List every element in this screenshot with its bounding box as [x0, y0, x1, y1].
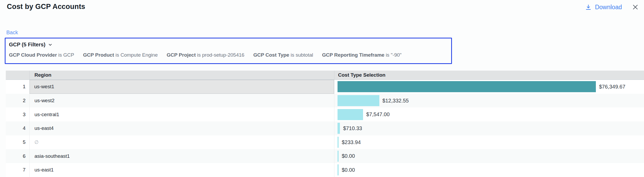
- cost-value-label: $0.00: [342, 153, 355, 159]
- table-row: 2 us-west2 $12,332.55: [6, 94, 644, 108]
- cost-column-header[interactable]: Cost Type Selection: [334, 71, 644, 80]
- region-cell[interactable]: asia-southeast1: [29, 149, 334, 163]
- table-row: 4 us-east4 $710.33: [6, 121, 644, 135]
- table-row: 3 us-central1 $7,547.00: [6, 107, 644, 121]
- row-number-cell[interactable]: 2: [6, 94, 29, 108]
- header-actions: Download: [585, 3, 640, 12]
- row-number-header: [6, 71, 29, 80]
- cost-bar: [338, 95, 379, 106]
- filter-name: GCP Cost Type: [253, 52, 289, 58]
- table-row: 1 us-west1 $76,349.67: [6, 80, 644, 94]
- cost-cell[interactable]: $0.00: [334, 149, 644, 163]
- cost-cell[interactable]: $76,349.67: [334, 80, 644, 94]
- close-button[interactable]: [631, 3, 640, 12]
- cost-bar: [338, 109, 363, 120]
- region-cell[interactable]: us-west2: [29, 94, 334, 108]
- cost-bar: [338, 81, 596, 92]
- filter-chip: GCP Project is prod-setup-205416: [167, 52, 244, 58]
- close-icon: [632, 4, 639, 11]
- filter-chip: GCP Cloud Provider is GCP: [9, 52, 74, 58]
- cost-cell[interactable]: $710.33: [334, 121, 644, 135]
- region-cell[interactable]: us-west1: [29, 80, 334, 94]
- table-row: 5 ∅ $233.94: [6, 135, 644, 149]
- cost-bar: [338, 137, 339, 148]
- filter-name: GCP Product: [83, 52, 114, 58]
- download-icon: [585, 4, 592, 11]
- region-cell[interactable]: us-central1: [29, 107, 334, 121]
- row-number-cell[interactable]: 7: [6, 163, 29, 177]
- table-header-row: Region Cost Type Selection: [6, 71, 644, 80]
- cost-cell[interactable]: $7,547.00: [334, 107, 644, 121]
- row-number-cell[interactable]: 4: [6, 121, 29, 135]
- cost-value-label: $0.00: [342, 167, 355, 173]
- filter-summary-label: GCP (5 Filters): [9, 42, 46, 48]
- region-cell[interactable]: ∅: [29, 135, 334, 149]
- filter-chip: GCP Cost Type is subtotal: [253, 52, 313, 58]
- cost-cell[interactable]: $12,332.55: [334, 94, 644, 108]
- cost-bar: [338, 123, 340, 134]
- cost-cell[interactable]: $233.94: [334, 135, 644, 149]
- back-link[interactable]: Back: [6, 30, 18, 36]
- cost-value-label: $76,349.67: [599, 84, 625, 90]
- cost-cell[interactable]: $0.00: [334, 163, 644, 177]
- cost-value-label: $233.94: [342, 139, 361, 145]
- table-row: 6 asia-southeast1 $0.00: [6, 149, 644, 163]
- row-number-cell[interactable]: 1: [6, 80, 29, 94]
- filter-condition: is subtotal: [291, 52, 313, 58]
- table-row: 7 us-east1 $0.00: [6, 163, 644, 177]
- filter-condition: is prod-setup-205416: [197, 52, 244, 58]
- cost-value-label: $710.33: [343, 125, 362, 131]
- region-cell[interactable]: us-east4: [29, 121, 334, 135]
- filter-chip: GCP Reporting Timeframe is "-90": [322, 52, 401, 58]
- region-column-header[interactable]: Region: [29, 71, 334, 80]
- filter-name: GCP Reporting Timeframe: [322, 52, 384, 58]
- filter-list: GCP Cloud Provider is GCP GCP Product is…: [9, 52, 447, 58]
- download-button[interactable]: Download: [585, 4, 622, 11]
- filter-name: GCP Project: [167, 52, 196, 58]
- filter-summary-toggle[interactable]: GCP (5 Filters): [9, 42, 53, 48]
- region-cell[interactable]: us-east1: [29, 163, 334, 177]
- filter-condition: is "-90": [386, 52, 401, 58]
- cost-bar: [338, 164, 339, 175]
- cost-bar: [338, 151, 339, 162]
- download-label: Download: [595, 4, 622, 11]
- cost-value-label: $12,332.55: [383, 98, 409, 104]
- page-title: Cost by GCP Accounts: [7, 3, 85, 11]
- chevron-down-icon: [48, 42, 53, 47]
- filter-name: GCP Cloud Provider: [9, 52, 57, 58]
- row-number-cell[interactable]: 3: [6, 107, 29, 121]
- table-body: 1 us-west1 $76,349.67 2 us-west2 $12,332…: [6, 80, 644, 177]
- filter-condition: is Compute Engine: [115, 52, 158, 58]
- cost-value-label: $7,547.00: [366, 111, 390, 117]
- filter-condition: is GCP: [58, 52, 74, 58]
- cost-table: Region Cost Type Selection 1 us-west1 $7…: [6, 71, 644, 177]
- row-number-cell[interactable]: 6: [6, 149, 29, 163]
- row-number-cell[interactable]: 5: [6, 135, 29, 149]
- filter-box: GCP (5 Filters) GCP Cloud Provider is GC…: [5, 38, 452, 64]
- filter-chip: GCP Product is Compute Engine: [83, 52, 158, 58]
